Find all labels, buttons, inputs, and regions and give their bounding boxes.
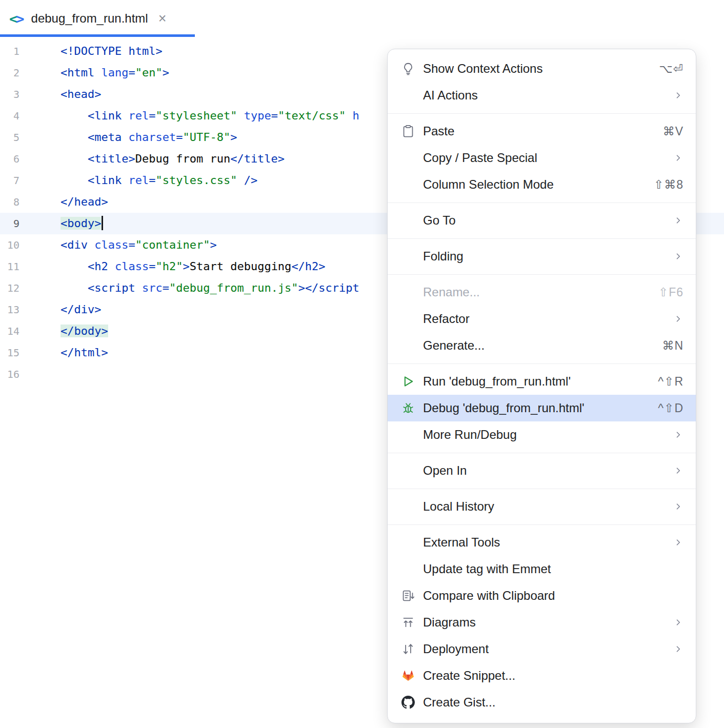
menu-separator	[388, 489, 696, 489]
line-number-15[interactable]: 15	[0, 342, 61, 363]
code-token: =	[128, 238, 135, 251]
menu-item-generate[interactable]: Generate...⌘N	[388, 332, 696, 359]
menu-item-show-context-actions[interactable]: Show Context Actions⌥⏎	[388, 55, 696, 82]
menu-separator	[388, 203, 696, 203]
menu-shortcut: ⌥⏎	[659, 62, 683, 76]
submenu-chevron-icon	[673, 617, 683, 628]
code-token: "text/css"	[278, 109, 346, 122]
menu-item-external-tools[interactable]: External Tools	[388, 529, 696, 556]
code-token: "h2"	[155, 260, 183, 273]
icon-slot	[401, 338, 415, 353]
code-token	[237, 109, 244, 122]
icon-slot	[401, 312, 415, 326]
code-token: Debug from run	[135, 152, 230, 165]
submenu-chevron-icon	[673, 430, 683, 440]
menu-item-go-to[interactable]: Go To	[388, 207, 696, 234]
line-number-6[interactable]: 6	[0, 148, 61, 170]
menu-item-paste[interactable]: Paste⌘V	[388, 118, 696, 145]
icon-slot	[401, 562, 415, 576]
text-caret	[102, 216, 103, 230]
menu-item-folding[interactable]: Folding	[388, 243, 696, 270]
deployment-icon	[401, 642, 415, 656]
menu-item-label: Folding	[423, 249, 673, 264]
menu-item-more-run-debug[interactable]: More Run/Debug	[388, 421, 696, 448]
code-token: =	[271, 109, 278, 122]
line-number-1[interactable]: 1	[0, 41, 61, 62]
line-number-4[interactable]: 4	[0, 105, 61, 127]
code-token	[61, 260, 88, 273]
menu-item-copy-paste-special[interactable]: Copy / Paste Special	[388, 145, 696, 171]
menu-item-debug-debug-from-run-html[interactable]: Debug 'debug_from_run.html'^⇧D	[388, 395, 696, 421]
code-token: >	[163, 66, 169, 79]
icon-slot	[401, 249, 415, 264]
context-menu: Show Context Actions⌥⏎AI ActionsPaste⌘VC…	[387, 49, 696, 723]
menu-separator	[388, 524, 696, 525]
code-token: =	[149, 260, 155, 273]
html-file-icon: <>	[9, 11, 23, 27]
menu-item-create-gist[interactable]: Create Gist...	[388, 689, 696, 716]
line-number-2[interactable]: 2	[0, 62, 61, 84]
code-token: </head>	[61, 195, 108, 208]
lightbulb-icon	[401, 62, 415, 76]
gutter: 12345678910111213141516	[0, 41, 61, 728]
code-token: charset	[128, 131, 176, 144]
debug-icon	[401, 401, 415, 415]
menu-item-create-snippet[interactable]: Create Snippet...	[388, 662, 696, 689]
line-number-5[interactable]: 5	[0, 127, 61, 148]
menu-item-ai-actions[interactable]: AI Actions	[388, 82, 696, 109]
icon-slot	[401, 285, 415, 299]
code-token: <head>	[61, 88, 101, 100]
line-number-9[interactable]: 9	[0, 213, 61, 234]
line-number-3[interactable]: 3	[0, 84, 61, 105]
code-token: =	[163, 281, 169, 294]
code-token: <!DOCTYPE html>	[61, 45, 163, 57]
menu-item-label: External Tools	[423, 535, 673, 550]
code-token: =	[128, 66, 135, 79]
menu-item-column-selection-mode[interactable]: Column Selection Mode⇧⌘8	[388, 171, 696, 198]
code-token: <link	[88, 174, 128, 187]
submenu-chevron-icon	[673, 251, 683, 261]
menu-item-label: Update tag with Emmet	[423, 562, 683, 576]
editor-tab-bar: <> debug_from_run.html ×	[0, 0, 724, 37]
submenu-chevron-icon	[673, 215, 683, 226]
tab-debug-from-run-html[interactable]: <> debug_from_run.html ×	[0, 0, 179, 37]
menu-item-compare-with-clipboard[interactable]: Compare with Clipboard	[388, 582, 696, 609]
github-icon	[401, 695, 415, 710]
code-token: =	[176, 131, 183, 144]
line-number-13[interactable]: 13	[0, 299, 61, 320]
menu-item-label: More Run/Debug	[423, 428, 673, 442]
menu-item-label: Go To	[423, 213, 673, 228]
menu-item-deployment[interactable]: Deployment	[388, 636, 696, 662]
line-number-11[interactable]: 11	[0, 256, 61, 277]
menu-item-diagrams[interactable]: Diagrams	[388, 609, 696, 636]
submenu-chevron-icon	[673, 644, 683, 654]
code-token: />	[237, 174, 257, 187]
menu-item-local-history[interactable]: Local History	[388, 493, 696, 520]
code-token: "en"	[135, 66, 163, 79]
line-number-8[interactable]: 8	[0, 191, 61, 213]
code-token: =	[149, 109, 155, 122]
menu-item-label: Create Snippet...	[423, 669, 683, 683]
code-token: >	[210, 238, 216, 251]
menu-shortcut: ⌘V	[663, 125, 683, 138]
code-token: "debug_from_run.js"	[169, 281, 298, 294]
menu-item-run-debug-from-run-html[interactable]: Run 'debug_from_run.html'^⇧R	[388, 368, 696, 395]
menu-shortcut: ⇧F6	[658, 286, 683, 299]
line-number-14[interactable]: 14	[0, 320, 61, 342]
menu-item-open-in[interactable]: Open In	[388, 457, 696, 484]
menu-item-label: Debug 'debug_from_run.html'	[423, 401, 658, 415]
line-number-12[interactable]: 12	[0, 277, 61, 299]
code-token	[61, 131, 88, 144]
menu-item-label: Compare with Clipboard	[423, 589, 683, 603]
menu-item-update-tag-with-emmet[interactable]: Update tag with Emmet	[388, 556, 696, 582]
code-token	[346, 109, 352, 122]
icon-slot	[401, 535, 415, 550]
menu-item-rename[interactable]: Rename...⇧F6	[388, 279, 696, 306]
menu-separator	[388, 453, 696, 453]
menu-item-refactor[interactable]: Refactor	[388, 306, 696, 332]
close-tab-icon[interactable]: ×	[158, 12, 167, 26]
code-token: <div	[61, 238, 94, 251]
line-number-10[interactable]: 10	[0, 234, 61, 256]
line-number-16[interactable]: 16	[0, 363, 61, 385]
line-number-7[interactable]: 7	[0, 170, 61, 191]
